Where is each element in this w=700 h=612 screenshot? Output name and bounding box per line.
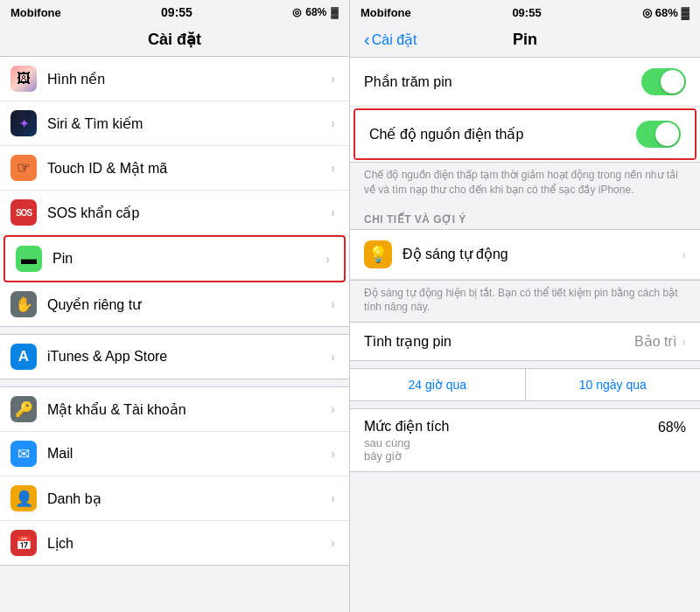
brightness-chevron-icon: ›	[682, 247, 686, 261]
sidebar-item-siri[interactable]: ✦ Siri & Tìm kiếm ›	[0, 101, 349, 146]
sidebar-item-wallpaper[interactable]: 🖼 Hình nền ›	[0, 57, 349, 101]
mail-icon: ✉	[10, 441, 37, 467]
brightness-label: Độ sáng tự động	[402, 246, 682, 262]
left-panel: Mobifone 09:55 ◎ 68% ▓ Cài đặt 🖼 Hình nề…	[0, 0, 350, 612]
itunes-label: iTunes & App Store	[47, 349, 331, 365]
right-status-icons: ◎ 68% ▓	[642, 6, 690, 19]
right-nav: ‹ Cài đặt Pin	[350, 24, 700, 57]
brightness-note: Độ sáng tự động hiện bị tắt. Bạn có thể …	[350, 281, 700, 323]
muc-dien-sub: sau cùng	[364, 436, 658, 449]
chevron-battery: ›	[326, 252, 330, 266]
muc-dien-label: Mức điện tích sau cùng bây giờ	[364, 418, 658, 462]
right-panel: Mobifone 09:55 ◎ 68% ▓ ‹ Cài đặt Pin Phầ…	[350, 0, 700, 612]
battery-label: Pin	[52, 251, 326, 267]
right-battery-icon: ▓	[682, 6, 690, 19]
back-arrow-icon: ‹	[364, 30, 370, 50]
sidebar-item-contacts[interactable]: 👤 Danh bạ ›	[0, 476, 349, 521]
chedonguon-toggle[interactable]	[636, 121, 681, 148]
calendar-icon: 📅	[10, 530, 37, 556]
battery-icon-left: ▓	[331, 6, 339, 18]
muc-dien-value: 68%	[658, 420, 686, 435]
right-time: 09:55	[512, 6, 541, 19]
muc-dien-section: Mức điện tích sau cùng bây giờ 68%	[350, 408, 700, 472]
battery-percent-left: 68%	[305, 6, 326, 18]
left-carrier: Mobifone	[10, 6, 61, 19]
muc-dien-title: Mức điện tích	[364, 418, 658, 436]
tinh-trang-row[interactable]: Tình trạng pin Bảo trì ›	[350, 322, 700, 361]
contacts-label: Danh bạ	[47, 490, 331, 507]
tinh-trang-chevron-icon: ›	[682, 335, 686, 349]
sidebar-item-sos[interactable]: SOS SOS khẩn cấp ›	[0, 191, 349, 235]
sidebar-item-itunes[interactable]: A iTunes & App Store ›	[0, 335, 349, 379]
battery-icon: ▬	[16, 246, 42, 272]
brightness-row[interactable]: 💡 Độ sáng tự động ›	[350, 230, 700, 280]
chevron-sos: ›	[331, 205, 335, 219]
password-icon: 🔑	[10, 396, 37, 422]
phantram-row: Phần trăm pin	[350, 58, 700, 107]
right-carrier: Mobifone	[360, 6, 411, 19]
sidebar-item-password[interactable]: 🔑 Mật khẩu & Tài khoản ›	[0, 387, 349, 432]
chevron-calendar: ›	[331, 536, 335, 550]
battery-mode-note: Chế độ nguồn điện thấp tạm thời giảm hoạ…	[350, 163, 700, 206]
chevron-password: ›	[331, 402, 335, 416]
wallpaper-icon: 🖼	[10, 66, 37, 92]
muc-dien-row: Mức điện tích sau cùng bây giờ 68%	[350, 409, 700, 471]
time-tabs: 24 giờ qua 10 ngày qua	[350, 368, 700, 401]
privacy-icon: ✋	[10, 291, 37, 317]
chevron-privacy: ›	[331, 297, 335, 311]
sidebar-item-battery[interactable]: ▬ Pin ›	[4, 235, 346, 282]
chevron-itunes: ›	[331, 350, 335, 364]
brightness-icon: 💡	[364, 240, 392, 268]
mail-label: Mail	[47, 446, 331, 462]
right-location-icon: ◎	[642, 6, 652, 19]
chedonguon-row-wrapper: Chế độ nguồn điện thấp	[354, 108, 696, 160]
right-status-bar: Mobifone 09:55 ◎ 68% ▓	[350, 0, 700, 24]
muc-dien-sub2: bây giờ	[364, 449, 658, 462]
phantram-toggle-knob	[661, 70, 684, 94]
chevron-touchid: ›	[331, 161, 335, 175]
battery-toggles-section: Phần trăm pin Chế độ nguồn điện thấp	[350, 57, 700, 163]
tab-24h[interactable]: 24 giờ qua	[350, 369, 526, 400]
sos-icon: SOS	[10, 199, 37, 226]
sidebar-item-mail[interactable]: ✉ Mail ›	[0, 432, 349, 476]
phantram-toggle[interactable]	[641, 68, 686, 95]
sidebar-item-privacy[interactable]: ✋ Quyền riêng tư ›	[0, 282, 349, 326]
tab-10d[interactable]: 10 ngày qua	[526, 369, 701, 400]
password-label: Mật khẩu & Tài khoản	[47, 401, 331, 418]
left-time: 09:55	[161, 5, 192, 19]
calendar-label: Lịch	[47, 535, 331, 552]
right-content: Phần trăm pin Chế độ nguồn điện thấp Chế…	[350, 57, 700, 612]
chevron-contacts: ›	[331, 491, 335, 505]
touchid-icon: ☞	[10, 155, 37, 181]
phantram-label: Phần trăm pin	[364, 73, 641, 90]
back-label: Cài đặt	[372, 31, 417, 48]
wallpaper-label: Hình nền	[47, 71, 331, 87]
chedonguon-row: Chế độ nguồn điện thấp	[355, 110, 695, 158]
brightness-section: 💡 Độ sáng tự động ›	[350, 229, 700, 281]
back-button[interactable]: ‹ Cài đặt	[364, 30, 416, 50]
right-battery-percent: 68%	[655, 6, 678, 19]
chedonguon-toggle-knob	[655, 122, 679, 146]
settings-list: 🖼 Hình nền › ✦ Siri & Tìm kiếm › ☞ Touch…	[0, 56, 349, 612]
chevron-siri: ›	[331, 116, 335, 130]
privacy-label: Quyền riêng tư	[47, 296, 331, 313]
left-status-bar: Mobifone 09:55 ◎ 68% ▓	[0, 0, 349, 24]
chedonguon-label: Chế độ nguồn điện thấp	[369, 126, 636, 143]
chevron-wallpaper: ›	[331, 72, 335, 86]
details-section-header: CHI TIẾT VÀ GỢI Ý	[350, 206, 700, 229]
settings-section-1: 🖼 Hình nền › ✦ Siri & Tìm kiếm › ☞ Touch…	[0, 56, 349, 327]
siri-icon: ✦	[10, 110, 37, 136]
location-icon: ◎	[292, 6, 301, 18]
sidebar-item-calendar[interactable]: 📅 Lịch ›	[0, 521, 349, 565]
chevron-mail: ›	[331, 447, 335, 461]
tinh-trang-label: Tình trạng pin	[364, 333, 634, 350]
left-status-icons: ◎ 68% ▓	[292, 6, 339, 18]
sos-label: SOS khẩn cấp	[47, 205, 331, 221]
contacts-icon: 👤	[10, 485, 37, 511]
itunes-icon: A	[10, 344, 37, 370]
right-nav-title: Pin	[513, 31, 537, 49]
sidebar-item-touchid[interactable]: ☞ Touch ID & Mật mã ›	[0, 146, 349, 191]
touchid-label: Touch ID & Mật mã	[47, 160, 331, 177]
settings-section-2: A iTunes & App Store ›	[0, 334, 349, 379]
tinh-trang-value: Bảo trì	[634, 333, 676, 350]
